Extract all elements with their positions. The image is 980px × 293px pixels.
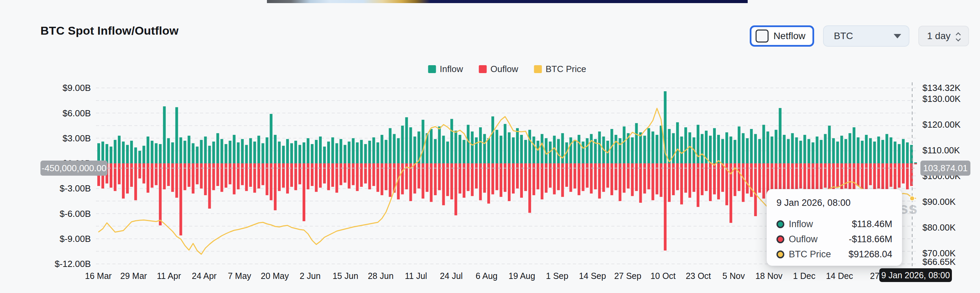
tooltip-row: Ouflow-$118.66M <box>776 232 892 247</box>
tooltip-series-value: $91268.04 <box>848 249 892 260</box>
tooltip-series-label: BTC Price <box>789 249 831 260</box>
tooltip-row: BTC Price$91268.04 <box>776 247 892 262</box>
tooltip-series-label: Inflow <box>789 219 813 229</box>
tooltip-series-value: $118.46M <box>852 219 892 229</box>
tooltip-series-value: -$118.66M <box>849 234 892 245</box>
crosshair-right-badge: 103,874.01 <box>920 160 970 176</box>
tooltip-series-label: Ouflow <box>789 234 818 245</box>
crosshair-left-badge: -450,000,000.00 <box>40 160 108 176</box>
tooltip-series-marker-icon <box>776 235 784 243</box>
tooltip-title: 9 Jan 2026, 08:00 <box>776 198 892 208</box>
tooltip-row: Inflow$118.46M <box>776 216 892 232</box>
tooltip-series-marker-icon <box>776 220 784 228</box>
chart-tooltip: 9 Jan 2026, 08:00 Inflow$118.46MOuflow-$… <box>767 189 902 266</box>
crosshair-date-badge: 9 Jan 2026, 08:00 <box>879 268 952 282</box>
tooltip-series-marker-icon <box>776 250 784 258</box>
